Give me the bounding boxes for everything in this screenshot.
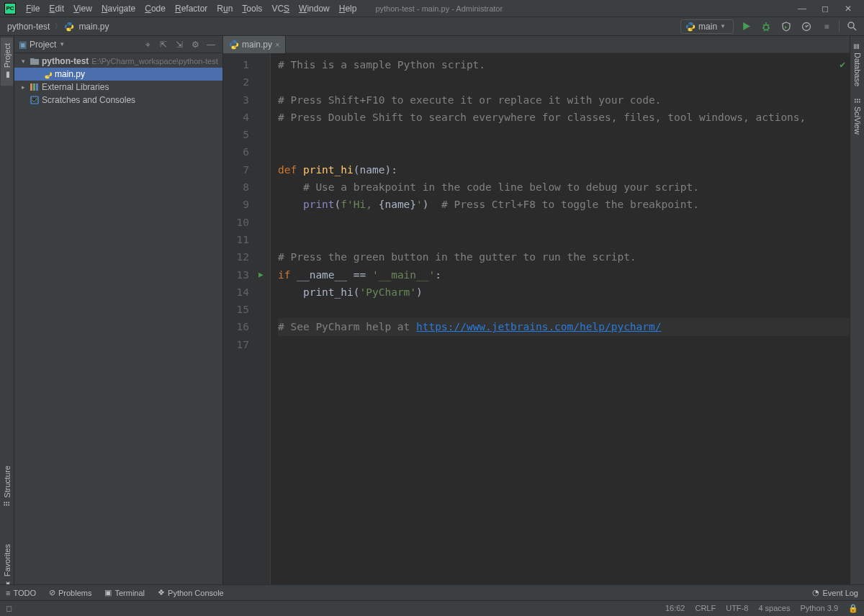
select-opened-file-button[interactable]: ⌖ — [140, 37, 155, 52]
event-log-tool-tab[interactable]: ◔Event Log — [812, 588, 858, 597]
search-everywhere-button[interactable] — [844, 19, 860, 35]
editor-tabs: main.py × — [223, 36, 850, 53]
editor-tab-label: main.py — [242, 40, 272, 50]
code-content[interactable]: # This is a sample Python script.# Press… — [271, 53, 850, 589]
right-tool-stripe: ≣Database ⠿SciView — [850, 36, 864, 599]
hide-panel-button[interactable]: — — [204, 37, 218, 52]
menu-refactor[interactable]: Refactor — [171, 2, 212, 15]
close-tab-icon[interactable]: × — [275, 40, 279, 49]
indent-settings[interactable]: 4 spaces — [758, 604, 790, 613]
svg-point-2 — [848, 22, 854, 28]
python-interpreter[interactable]: Python 3.9 — [800, 604, 838, 613]
svg-rect-4 — [33, 83, 35, 91]
chevron-down-icon: ▼ — [720, 23, 726, 30]
svg-rect-5 — [36, 83, 38, 91]
close-button[interactable]: ✕ — [837, 0, 860, 17]
run-gutter-icon[interactable]: ▶ — [258, 266, 264, 284]
database-tool-tab[interactable]: ≣Database — [851, 37, 863, 92]
left-tool-stripe: ▮Project ⠿Structure ★Favorites — [0, 36, 14, 599]
python-console-tool-tab[interactable]: ❖Python Console — [158, 588, 224, 597]
folder-icon — [30, 56, 40, 66]
python-console-icon: ❖ — [158, 588, 165, 597]
run-with-coverage-button[interactable] — [778, 19, 794, 35]
project-icon: ▣ — [19, 40, 27, 50]
line-number-gutter: 1234567891011121314151617 — [223, 53, 256, 589]
problems-tool-tab[interactable]: ⊘Problems — [49, 588, 91, 597]
menu-help[interactable]: Help — [335, 2, 361, 15]
run-configuration-selector[interactable]: main ▼ — [680, 19, 734, 34]
collapse-all-button[interactable]: ⇲ — [172, 37, 186, 52]
maximize-button[interactable]: ◻ — [814, 0, 837, 17]
menu-window[interactable]: Window — [294, 2, 334, 15]
caret-position[interactable]: 16:62 — [665, 604, 685, 613]
todo-tool-tab[interactable]: ≡TODO — [6, 589, 36, 597]
project-panel-title[interactable]: ▣ Project ▼ — [19, 40, 65, 50]
main-menu: File Edit View Navigate Code Refactor Ru… — [22, 2, 361, 15]
lock-icon[interactable]: 🔒 — [848, 604, 858, 613]
chevron-right-icon: 〉 — [53, 20, 64, 32]
svg-rect-3 — [30, 83, 32, 91]
python-icon — [685, 22, 696, 32]
title-bar: PC File Edit View Navigate Code Refactor… — [0, 0, 864, 17]
tool-window-quick-access-icon[interactable]: ◻ — [6, 604, 12, 613]
chevron-down-icon: ▾ — [19, 58, 27, 65]
project-tree: ▾ python-test E:\PyCharm_workspace\pytho… — [14, 53, 222, 108]
chevron-down-icon: ▼ — [59, 41, 65, 47]
tree-file-main-py[interactable]: main.py — [14, 68, 222, 81]
structure-tool-tab[interactable]: ⠿Structure — [1, 460, 13, 512]
menu-navigate[interactable]: Navigate — [97, 2, 140, 15]
minimize-button[interactable]: — — [791, 0, 814, 17]
app-logo-icon: PC — [4, 3, 16, 14]
status-bar: ◻ 16:62 CRLF UTF-8 4 spaces Python 3.9 🔒 — [0, 600, 864, 616]
bottom-tool-bar: ≡TODO ⊘Problems ▣Terminal ❖Python Consol… — [0, 584, 864, 600]
python-file-icon — [64, 22, 74, 32]
settings-icon[interactable]: ⚙ — [188, 37, 202, 52]
menu-view[interactable]: View — [69, 2, 96, 15]
menu-tools[interactable]: Tools — [238, 2, 266, 15]
profiler-button[interactable]: ▾ — [798, 19, 814, 35]
structure-icon: ⠿ — [2, 501, 12, 507]
library-icon — [30, 82, 40, 92]
scratches-icon — [30, 95, 40, 105]
terminal-tool-tab[interactable]: ▣Terminal — [104, 588, 145, 597]
inspection-ok-icon[interactable]: ✔ — [840, 56, 845, 73]
bottom-bars: ≡TODO ⊘Problems ▣Terminal ❖Python Consol… — [0, 584, 864, 616]
project-tool-tab[interactable]: ▮Project — [1, 37, 13, 86]
expand-all-button[interactable]: ⇱ — [156, 37, 171, 52]
menu-edit[interactable]: Edit — [45, 2, 68, 15]
debug-button[interactable] — [758, 19, 774, 35]
line-separator[interactable]: CRLF — [695, 604, 716, 613]
list-icon: ≡ — [6, 589, 10, 597]
editor-body[interactable]: 1234567891011121314151617 ▶ # This is a … — [223, 53, 850, 589]
python-file-icon — [229, 40, 239, 50]
python-file-icon — [42, 69, 53, 79]
folder-icon: ▮ — [2, 71, 12, 80]
tree-scratches[interactable]: Scratches and Consoles — [14, 94, 222, 107]
event-log-icon: ◔ — [812, 588, 819, 597]
menu-vcs[interactable]: VCS — [267, 2, 294, 15]
warning-icon: ⊘ — [49, 588, 55, 597]
menu-file[interactable]: File — [22, 2, 44, 15]
main-area: ▮Project ⠿Structure ★Favorites ▣ Project… — [0, 36, 864, 599]
tree-project-root[interactable]: ▾ python-test E:\PyCharm_workspace\pytho… — [14, 55, 222, 68]
run-config-label: main — [698, 22, 717, 32]
project-panel: ▣ Project ▼ ⌖ ⇱ ⇲ ⚙ — ▾ python-test E:\P… — [14, 36, 223, 599]
menu-code[interactable]: Code — [140, 2, 170, 15]
sciview-icon: ⠿ — [852, 98, 862, 104]
terminal-icon: ▣ — [104, 588, 112, 597]
editor-gutter[interactable]: ▶ — [256, 53, 271, 589]
database-icon: ≣ — [852, 43, 862, 50]
file-encoding[interactable]: UTF-8 — [726, 604, 748, 613]
tree-external-libraries[interactable]: ▸ External Libraries — [14, 81, 222, 94]
sciview-tool-tab[interactable]: ⠿SciView — [851, 92, 863, 140]
menu-run[interactable]: Run — [212, 2, 237, 15]
stop-button[interactable]: ■ — [819, 19, 834, 35]
editor-tab-main-py[interactable]: main.py × — [223, 36, 286, 53]
breadcrumb-project[interactable]: python-test — [4, 20, 53, 33]
window-title: python-test - main.py - Administrator — [375, 4, 503, 13]
editor-area: main.py × 1234567891011121314151617 ▶ # … — [223, 36, 850, 599]
navigation-bar: python-test 〉 main.py main ▼ ▾ ■ — [0, 17, 864, 36]
breadcrumb-file[interactable]: main.py — [76, 20, 112, 33]
chevron-right-icon: ▸ — [19, 83, 27, 91]
run-button[interactable] — [738, 19, 754, 35]
